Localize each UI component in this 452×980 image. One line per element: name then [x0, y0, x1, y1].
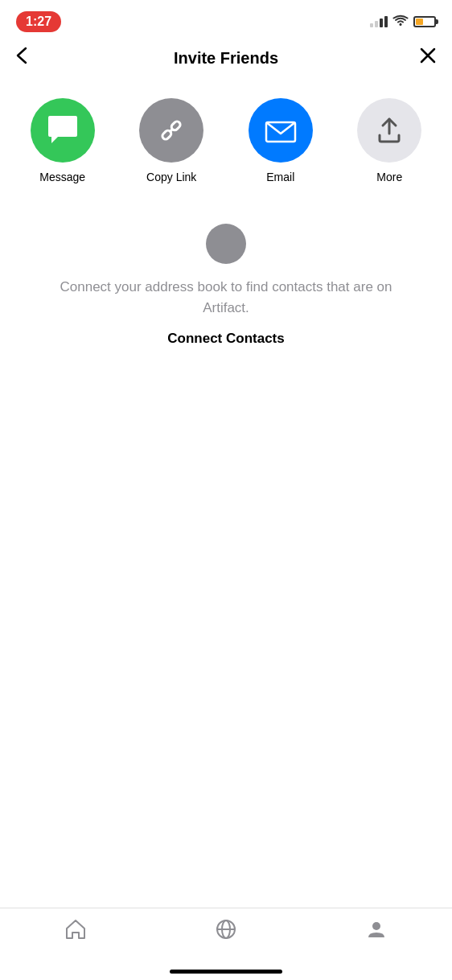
message-label: Message [39, 171, 85, 183]
connect-section: Connect your address book to find contac… [0, 208, 452, 363]
contacts-avatar-placeholder [206, 224, 246, 264]
share-actions-row: Message Copy Link Email [0, 82, 452, 208]
message-icon [45, 114, 80, 146]
copy-link-icon-circle [139, 98, 203, 163]
status-time: 1:27 [16, 11, 61, 32]
svg-point-9 [372, 922, 380, 930]
battery-icon [413, 16, 436, 27]
page-title: Invite Friends [48, 49, 404, 68]
wifi-icon [392, 14, 409, 31]
share-action-email[interactable]: Email [240, 98, 321, 183]
tab-profile[interactable] [344, 918, 409, 945]
more-icon-circle [357, 98, 421, 163]
home-indicator [170, 970, 282, 974]
status-icons [370, 14, 436, 31]
svg-point-0 [400, 23, 402, 26]
email-icon [263, 113, 298, 148]
email-label: Email [266, 171, 294, 183]
svg-line-3 [171, 130, 173, 132]
link-icon [154, 113, 189, 148]
tab-home[interactable] [43, 918, 108, 945]
more-label: More [376, 171, 402, 183]
header: Invite Friends [0, 40, 452, 82]
copy-link-label: Copy Link [146, 171, 196, 183]
connect-description: Connect your address book to find contac… [48, 277, 404, 318]
share-action-more[interactable]: More [349, 98, 429, 183]
message-icon-circle [31, 98, 95, 163]
connect-contacts-button[interactable]: Connect Contacts [167, 331, 284, 347]
signal-icon [370, 16, 388, 27]
status-bar: 1:27 [0, 0, 452, 40]
back-button[interactable] [16, 47, 48, 69]
profile-icon [365, 918, 388, 945]
share-action-message[interactable]: Message [23, 98, 103, 183]
discover-icon [215, 918, 237, 945]
share-action-copy-link[interactable]: Copy Link [131, 98, 212, 183]
more-icon [373, 113, 405, 148]
close-button[interactable] [404, 47, 436, 68]
home-icon [64, 918, 87, 945]
email-icon-circle [249, 98, 313, 163]
tab-discover[interactable] [194, 918, 258, 945]
